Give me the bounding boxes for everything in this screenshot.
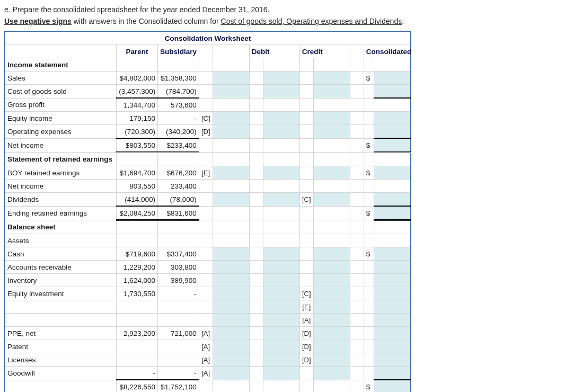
col-parent: Parent xyxy=(117,45,158,58)
row-cogs: Cost of goods sold(3,457,300)(784,700) xyxy=(5,85,411,99)
assets-label: Assets xyxy=(5,234,117,247)
row-dividends: Dividends(414,000)(78,000)[C] xyxy=(5,193,411,207)
col-subsidiary: Subsidiary xyxy=(157,45,199,58)
consolidation-worksheet-table: Consolidation Worksheet Parent Subsidiar… xyxy=(4,31,411,392)
row-total-assets: $8,226,550$1,752,100$ xyxy=(5,380,411,392)
instruction-text: Use negative signs with answers in the C… xyxy=(4,17,560,25)
section-balance-sheet: Balance sheet xyxy=(5,220,117,234)
row-patent: Patent[A][D] xyxy=(5,340,411,353)
table-title: Consolidation Worksheet xyxy=(5,31,411,45)
sales-debit-input[interactable] xyxy=(213,72,249,85)
row-blank-e: [E] xyxy=(5,300,411,314)
row-cash: Cash$719,600$337,400$ xyxy=(5,247,411,261)
row-goodwill: Goodwill--[A] xyxy=(5,367,411,380)
row-inventory: Inventory1,624,000389,900 xyxy=(5,274,411,287)
col-debit: Debit xyxy=(249,45,299,58)
sales-credit-input[interactable] xyxy=(263,72,299,85)
row-equity-investment: Equity investment1,730,550-[C] xyxy=(5,287,411,300)
row-blank-a: [A] xyxy=(5,314,411,327)
row-accounts-receivable: Accounts receivable1,229,200303,800 xyxy=(5,261,411,274)
row-gross-profit: Gross profit1,344,700573,600 xyxy=(5,98,411,112)
row-sales: Sales$4,802,000$1,358,300$ xyxy=(5,72,411,85)
section-income-statement: Income statement xyxy=(5,58,117,72)
row-net-income: Net income$803,550$233,400$ xyxy=(5,138,411,153)
row-ending-retained: Ending retained earnings$2,084,250$831,6… xyxy=(5,206,411,220)
col-credit: Credit xyxy=(299,45,350,58)
question-text: e. Prepare the consolidated spreadsheet … xyxy=(4,5,560,14)
row-ppe: PPE, net2,923,200721,000[A][D] xyxy=(5,327,411,340)
row-licenses: Licenses[A][D] xyxy=(5,353,411,367)
section-retained-earnings: Statement of retained earnings xyxy=(5,153,117,166)
row-net-income-2: Net income803,550233,400 xyxy=(5,180,411,193)
row-equity-income: Equity income179,150-[C] xyxy=(5,112,411,125)
sales-consolidated-input[interactable] xyxy=(374,72,411,85)
col-consolidated: Consolidated xyxy=(364,45,411,58)
row-boy-retained: BOY retained earnings$1,694,700$676,200[… xyxy=(5,166,411,180)
row-operating-expenses: Operating expenses(720,300)(340,200)[D] xyxy=(5,125,411,139)
